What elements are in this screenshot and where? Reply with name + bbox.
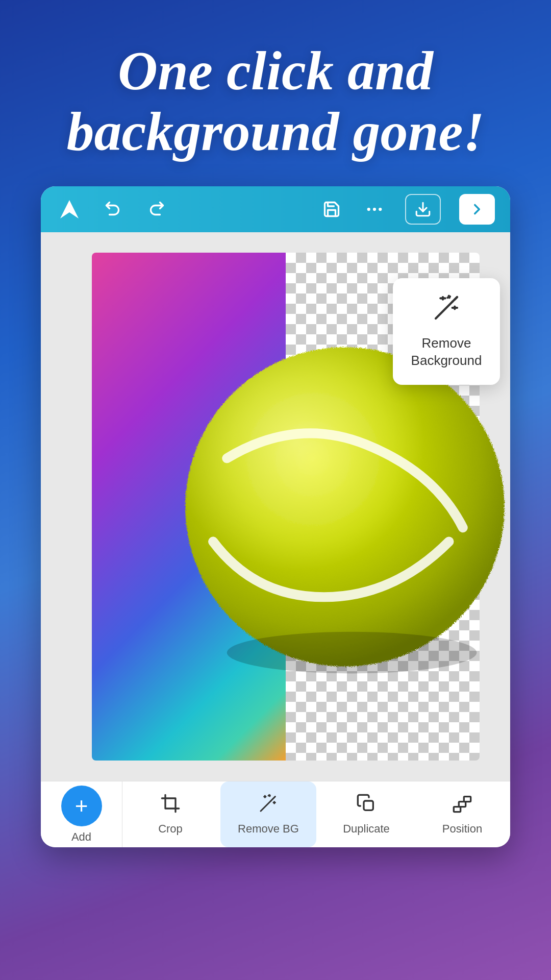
duplicate-label: Duplicate <box>343 822 390 836</box>
svg-line-17 <box>261 801 271 811</box>
app-logo[interactable] <box>56 196 83 223</box>
tennis-ball-image <box>171 333 510 680</box>
svg-marker-0 <box>60 200 79 218</box>
remove-bg-label: Remove BG <box>238 822 299 836</box>
duplicate-icon <box>356 793 377 818</box>
send-button[interactable] <box>459 194 495 225</box>
position-label: Position <box>442 822 482 836</box>
more-button[interactable] <box>362 197 387 222</box>
redo-button[interactable] <box>144 197 168 222</box>
toolbar <box>41 186 510 232</box>
download-button[interactable] <box>405 194 441 225</box>
magic-wand-icon <box>432 293 461 328</box>
bottom-toolbar: + Add Crop <box>41 781 510 847</box>
svg-point-3 <box>379 208 382 211</box>
add-button[interactable]: + <box>61 786 102 826</box>
crop-label: Crop <box>158 822 183 836</box>
svg-line-10 <box>455 297 457 300</box>
position-tool[interactable]: Position <box>414 781 510 847</box>
undo-button[interactable] <box>101 197 126 222</box>
crop-icon <box>160 793 181 818</box>
add-label: Add <box>71 830 91 844</box>
hero-title-line1: One click and <box>118 40 433 101</box>
svg-rect-27 <box>464 797 470 802</box>
svg-point-8 <box>227 631 477 673</box>
canvas-area[interactable]: Remove Background <box>41 232 510 781</box>
hero-title-line2: background gone! <box>66 101 484 162</box>
remove-background-popup[interactable]: Remove Background <box>393 278 500 385</box>
hero-title: One click and background gone! <box>0 41 551 162</box>
remove-background-label: Remove Background <box>405 335 488 370</box>
svg-point-7 <box>185 347 505 667</box>
svg-line-23 <box>268 795 270 796</box>
svg-point-1 <box>367 208 370 211</box>
crop-tool[interactable]: Crop <box>122 781 218 847</box>
save-button[interactable] <box>319 197 344 222</box>
svg-rect-24 <box>364 801 373 810</box>
position-icon <box>452 793 472 818</box>
remove-bg-icon <box>258 793 279 818</box>
app-window: Remove Background + Add Crop <box>41 186 510 847</box>
remove-bg-tool[interactable]: Remove BG <box>220 781 316 847</box>
add-tool-section: + Add <box>41 781 122 847</box>
svg-line-9 <box>436 302 453 318</box>
svg-line-16 <box>447 297 450 298</box>
duplicate-tool[interactable]: Duplicate <box>318 781 414 847</box>
svg-point-2 <box>373 208 376 211</box>
